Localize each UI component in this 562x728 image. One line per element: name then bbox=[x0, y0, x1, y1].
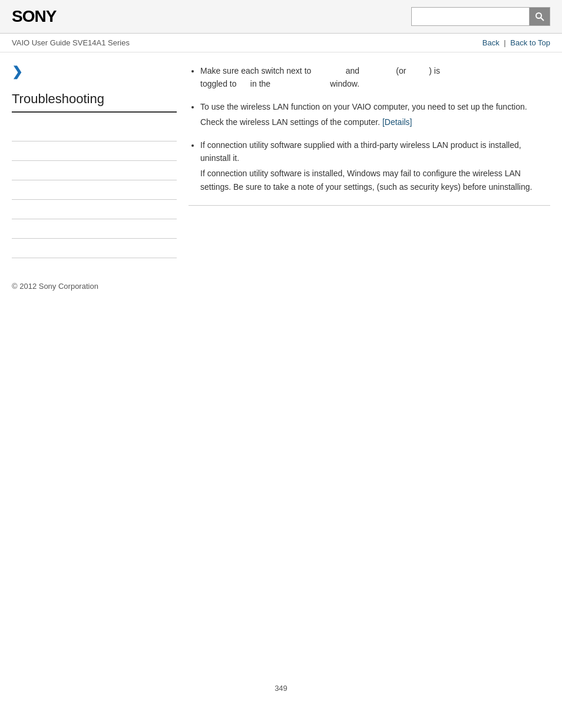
content-divider bbox=[189, 205, 550, 206]
list-item[interactable] bbox=[12, 180, 177, 200]
list-item[interactable] bbox=[12, 219, 177, 239]
search-input[interactable] bbox=[411, 7, 529, 26]
chevron-icon: ❯ bbox=[12, 64, 177, 80]
bullet2-line2: Check the wireless LAN settings of the c… bbox=[200, 117, 380, 127]
main-content: ❯ Troubleshooting Make sure each switch … bbox=[0, 52, 562, 270]
bullet1-part2: toggled to bbox=[200, 79, 237, 88]
list-item[interactable] bbox=[12, 239, 177, 258]
list-item[interactable] bbox=[12, 200, 177, 219]
bullet1-window: window. bbox=[330, 79, 359, 88]
bullet2-line1: To use the wireless LAN function on your… bbox=[200, 102, 527, 111]
bullet-item-3: If connection utility software supplied … bbox=[200, 139, 550, 194]
bullet-item-1: Make sure each switch next to and (or ) … bbox=[200, 64, 550, 91]
copyright-text: © 2012 Sony Corporation bbox=[12, 282, 98, 291]
bullet1-text: Make sure each switch next to bbox=[200, 66, 311, 75]
content-area: Make sure each switch next to and (or ) … bbox=[189, 64, 550, 258]
bullet1-and: and bbox=[346, 66, 359, 75]
list-item[interactable] bbox=[12, 122, 177, 141]
section-title: Troubleshooting bbox=[12, 91, 177, 113]
content-list: Make sure each switch next to and (or ) … bbox=[189, 64, 550, 193]
bullet3-line1: If connection utility software supplied … bbox=[200, 140, 521, 163]
page-footer: © 2012 Sony Corporation bbox=[0, 270, 562, 302]
sidebar: ❯ Troubleshooting bbox=[12, 64, 177, 258]
search-button[interactable] bbox=[529, 7, 550, 26]
bullet1-in: in the bbox=[250, 79, 270, 88]
details-link[interactable]: [Details] bbox=[382, 117, 412, 127]
svg-point-0 bbox=[536, 13, 541, 18]
page-header: SONY bbox=[0, 0, 562, 34]
search-area bbox=[411, 7, 550, 26]
page-number: 349 bbox=[0, 672, 562, 704]
back-to-top-link[interactable]: Back to Top bbox=[510, 38, 550, 47]
list-item[interactable] bbox=[12, 161, 177, 180]
back-link[interactable]: Back bbox=[482, 38, 500, 47]
breadcrumb: VAIO User Guide SVE14A1 Series bbox=[12, 38, 130, 47]
sidebar-links bbox=[12, 122, 177, 258]
bullet1-or-suffix: ) is bbox=[429, 66, 440, 75]
sony-logo: SONY bbox=[12, 7, 56, 26]
bullet1-or-prefix: (or bbox=[396, 66, 406, 75]
nav-links: Back | Back to Top bbox=[482, 38, 550, 47]
nav-separator: | bbox=[504, 38, 505, 47]
list-item[interactable] bbox=[12, 141, 177, 161]
bullet2-line2-wrap: Check the wireless LAN settings of the c… bbox=[200, 116, 550, 129]
svg-line-1 bbox=[541, 18, 544, 21]
bullet-item-2: To use the wireless LAN function on your… bbox=[200, 100, 550, 129]
search-icon bbox=[535, 12, 544, 21]
bullet3-line2: If connection utility software is instal… bbox=[200, 167, 550, 193]
nav-bar: VAIO User Guide SVE14A1 Series Back | Ba… bbox=[0, 34, 562, 52]
